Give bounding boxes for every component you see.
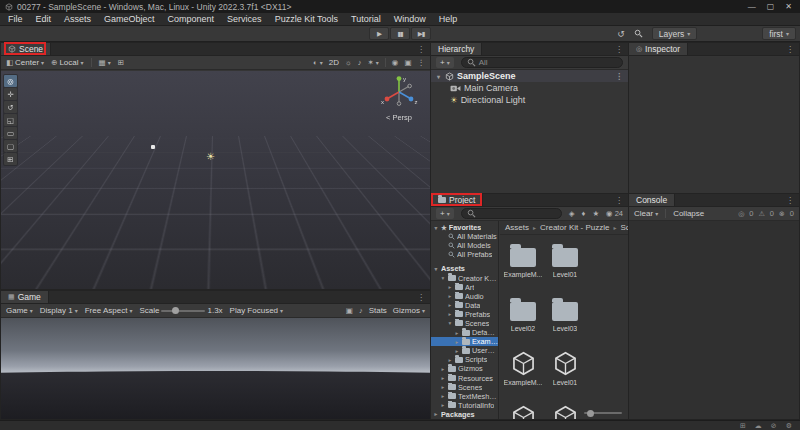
scene-options-icon[interactable]: ⋮ bbox=[615, 72, 628, 81]
panel-menu-icon[interactable]: ⋮ bbox=[412, 291, 430, 303]
scene-orientation-gizmo[interactable]: y x z < Persp bbox=[376, 73, 422, 122]
tree-item-audio[interactable]: ▸ Audio bbox=[431, 292, 498, 301]
menu-item-assets[interactable]: Assets bbox=[64, 14, 91, 24]
tree-item-usercre[interactable]: ▸ UserCre bbox=[431, 346, 498, 355]
menu-item-window[interactable]: Window bbox=[394, 14, 426, 24]
close-button[interactable]: ✕ bbox=[785, 2, 792, 11]
asset-item-folder-level02[interactable]: Level02 bbox=[503, 293, 543, 344]
move-tool-button[interactable]: ✛ bbox=[4, 88, 17, 100]
handle-position-dropdown[interactable]: ◧ Center ▾ bbox=[6, 58, 44, 67]
menu-item-edit[interactable]: Edit bbox=[36, 14, 52, 24]
snap-settings-button[interactable]: ⊞ bbox=[118, 58, 124, 67]
tree-item-art[interactable]: ▸ Art bbox=[431, 283, 498, 292]
create-object-dropdown[interactable]: + ▾ bbox=[436, 57, 454, 68]
save-search-icon[interactable]: ★ bbox=[592, 209, 599, 218]
status-grid-icon[interactable]: ⊞ bbox=[740, 422, 746, 430]
handle-rotation-dropdown[interactable]: ⊕ Local ▾ bbox=[51, 58, 83, 67]
project-search-input[interactable] bbox=[461, 208, 562, 219]
play-focused-dropdown[interactable]: Play Focused ▾ bbox=[230, 306, 283, 315]
menu-item-puzzle-kit-tools[interactable]: Puzzle Kit Tools bbox=[275, 14, 338, 24]
tree-item-resources[interactable]: ▸ Resources bbox=[431, 374, 498, 383]
perspective-toggle[interactable]: < Persp bbox=[376, 113, 422, 122]
menu-item-gameobject[interactable]: GameObject bbox=[104, 14, 155, 24]
error-icon[interactable]: ⊗ bbox=[779, 210, 785, 218]
asset-item-scene-examplemaze[interactable]: ExampleM... bbox=[503, 347, 543, 398]
tab-inspector[interactable]: ◎ Inspector bbox=[629, 43, 688, 55]
rect-tool-button[interactable]: ▭ bbox=[4, 127, 17, 139]
tree-item-gizmos[interactable]: ▸ Gizmos bbox=[431, 364, 498, 373]
panel-menu-icon[interactable]: ⋮ bbox=[781, 43, 799, 55]
create-asset-dropdown[interactable]: + ▾ bbox=[436, 208, 454, 219]
tree-item-all-models[interactable]: All Models bbox=[431, 241, 498, 250]
asset-zoom-slider[interactable] bbox=[584, 412, 622, 414]
tree-item-scenes[interactable]: ▾ Scenes bbox=[431, 319, 498, 328]
minimize-button[interactable]: — bbox=[748, 2, 756, 11]
asset-zoom-knob[interactable] bbox=[587, 410, 594, 417]
scale-slider[interactable] bbox=[161, 310, 205, 312]
tab-game[interactable]: ▦ Game bbox=[1, 291, 49, 303]
asset-item-scene-level01[interactable]: Level01 bbox=[545, 347, 585, 398]
tree-item-data[interactable]: ▸ Data bbox=[431, 301, 498, 310]
tab-console[interactable]: Console bbox=[629, 194, 675, 206]
tree-item-tutorialinfo[interactable]: ▸ TutorialInfo bbox=[431, 401, 498, 410]
undo-history-icon[interactable]: ↺ bbox=[617, 29, 625, 39]
tree-item-creator-kit[interactable]: ▾ Creator Kit - Pu bbox=[431, 273, 498, 282]
transform-tool-button[interactable]: ▢ bbox=[4, 140, 17, 152]
hierarchy-item-directional-light[interactable]: ☀ Directional Light bbox=[431, 94, 628, 106]
hierarchy-item-main-camera[interactable]: Main Camera bbox=[431, 82, 628, 94]
gizmos-dropdown[interactable]: Gizmos ▾ bbox=[393, 306, 425, 315]
scene-visibility-icon[interactable]: ◉ bbox=[392, 58, 399, 67]
warning-icon[interactable]: ⚠ bbox=[759, 210, 765, 218]
scale-tool-button[interactable]: ◱ bbox=[4, 114, 17, 126]
info-icon[interactable]: ◎ bbox=[738, 210, 744, 218]
tree-item-all-prefabs[interactable]: All Prefabs bbox=[431, 250, 498, 259]
clear-dropdown[interactable]: Clear ▾ bbox=[634, 209, 658, 218]
asset-item-scene-level02[interactable]: Level02 bbox=[503, 401, 543, 420]
tree-item-prefabs[interactable]: ▸ Prefabs bbox=[431, 310, 498, 319]
search-by-type-icon[interactable]: ◈ bbox=[569, 209, 575, 218]
screenshot-icon[interactable]: ▣ bbox=[346, 306, 353, 315]
scene-lighting-toggle-icon[interactable]: ☼ bbox=[345, 58, 352, 67]
menu-item-file[interactable]: File bbox=[8, 14, 23, 24]
search-by-label-icon[interactable]: ♦ bbox=[582, 209, 586, 218]
panel-menu-icon[interactable]: ⋮ bbox=[781, 194, 799, 206]
asset-item-folder-examplemaze[interactable]: ExampleM... bbox=[503, 239, 543, 290]
game-mode-dropdown[interactable]: Game ▾ bbox=[6, 306, 33, 315]
status-block-icon[interactable]: ⊘ bbox=[771, 422, 777, 430]
scale-slider-knob[interactable] bbox=[172, 307, 179, 314]
tab-project[interactable]: Project bbox=[431, 194, 483, 206]
asset-item-folder-level01[interactable]: Level01 bbox=[545, 239, 585, 290]
scene-viewport[interactable]: ☀ ◎ ✛ ↺ ◱ ▭ ▢ ⊞ bbox=[1, 71, 430, 289]
menu-item-tutorial[interactable]: Tutorial bbox=[351, 14, 381, 24]
aspect-ratio-dropdown[interactable]: Free Aspect ▾ bbox=[85, 306, 133, 315]
maximize-button[interactable]: ▢ bbox=[767, 2, 775, 11]
breadcrumb-assets[interactable]: Assets bbox=[505, 223, 529, 232]
panel-menu-icon[interactable]: ⋮ bbox=[412, 43, 430, 55]
panel-menu-icon[interactable]: ⋮ bbox=[610, 194, 628, 206]
tab-hierarchy[interactable]: Hierarchy bbox=[431, 43, 482, 55]
directional-light-gizmo-icon[interactable]: ☀ bbox=[206, 151, 215, 162]
play-button[interactable]: ▶ bbox=[369, 27, 389, 40]
tab-scene[interactable]: Scene bbox=[1, 43, 51, 55]
layers-dropdown[interactable]: Layers ▾ bbox=[652, 27, 698, 40]
breadcrumb-scenes[interactable]: Scenes bbox=[620, 223, 628, 232]
hierarchy-scene-row[interactable]: ▾ SampleScene ⋮ bbox=[431, 70, 628, 82]
tree-item-favorites[interactable]: ▾ ★ Favorites bbox=[431, 223, 498, 232]
scene-audio-toggle-icon[interactable]: ♪ bbox=[358, 58, 362, 67]
menu-item-help[interactable]: Help bbox=[439, 14, 458, 24]
rotate-tool-button[interactable]: ↺ bbox=[4, 101, 17, 113]
game-viewport[interactable] bbox=[1, 318, 430, 419]
display-dropdown[interactable]: Display 1 ▾ bbox=[40, 306, 78, 315]
hidden-packages-toggle[interactable]: ◉ 24 bbox=[606, 209, 623, 218]
view-tool-button[interactable]: ◎ bbox=[4, 75, 17, 87]
menu-item-component[interactable]: Component bbox=[168, 14, 215, 24]
custom-tool-button[interactable]: ⊞ bbox=[4, 153, 17, 165]
pause-button[interactable]: ▮▮ bbox=[390, 27, 410, 40]
search-icon[interactable] bbox=[634, 29, 643, 38]
tree-item-scenes-root[interactable]: ▸ Scenes bbox=[431, 383, 498, 392]
hierarchy-search-input[interactable]: All bbox=[461, 57, 623, 68]
tree-item-textmeshpro[interactable]: ▸ TextMesh Pr bbox=[431, 392, 498, 401]
2d-toggle[interactable]: 2D bbox=[329, 58, 339, 67]
tree-item-example-selected[interactable]: ▸ Example bbox=[431, 337, 498, 346]
grid-visibility-dropdown[interactable]: ▦ ▾ bbox=[99, 58, 111, 67]
